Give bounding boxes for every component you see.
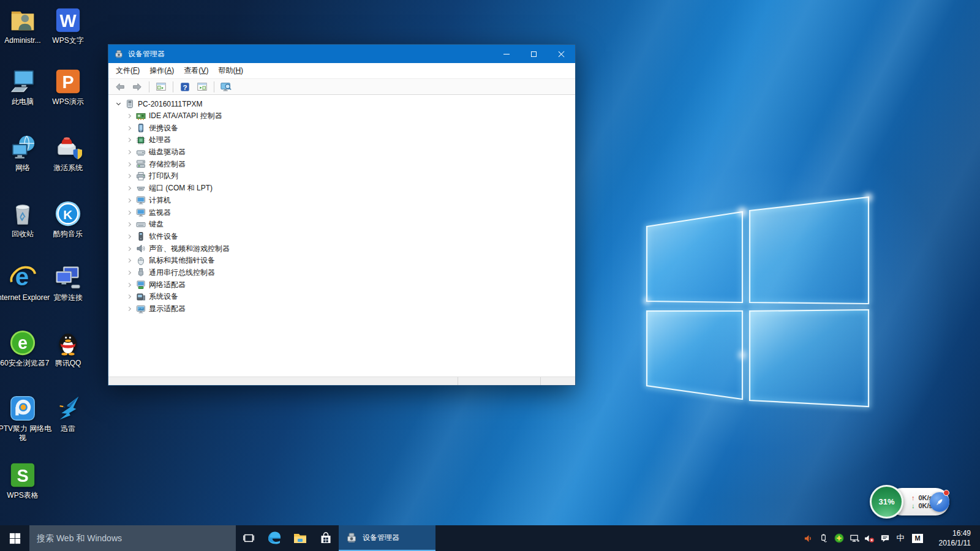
expand-chevron-icon[interactable] <box>124 159 134 169</box>
expand-chevron-icon[interactable] <box>124 208 134 217</box>
task-view-button[interactable] <box>236 525 262 551</box>
svg-text:P: P <box>62 72 74 92</box>
forward-button[interactable] <box>130 80 145 94</box>
orange-speaker-icon <box>804 534 813 543</box>
device-manager-icon <box>114 49 124 59</box>
ime-language-button[interactable]: 中 <box>892 525 908 551</box>
svg-text:S: S <box>17 466 28 485</box>
back-button[interactable] <box>113 80 127 94</box>
tree-row-network-adapter[interactable]: 网络适配器 <box>108 279 575 291</box>
tree-row-monitors[interactable]: 监视器 <box>108 206 575 219</box>
tree-row-system-devices[interactable]: 系统设备 <box>108 291 575 303</box>
action-pane-button[interactable] <box>195 80 209 94</box>
desktop-icon-label: Administr... <box>4 36 40 45</box>
expand-chevron-icon[interactable] <box>124 268 134 277</box>
show-console-tree-button[interactable] <box>154 80 168 94</box>
expand-chevron-icon[interactable] <box>124 304 134 314</box>
expand-chevron-icon[interactable] <box>124 280 134 290</box>
tree-row-print-queue[interactable]: 打印队列 <box>108 170 575 182</box>
expand-chevron-icon[interactable] <box>124 292 134 302</box>
desktop-icon-wps-spreadsheet[interactable]: S WPS表格 <box>0 461 52 500</box>
tree-row-sound[interactable]: 声音、视频和游戏控制器 <box>108 242 575 255</box>
maximize-icon <box>531 51 537 57</box>
window-titlebar[interactable]: 设备管理器 <box>108 45 575 63</box>
desktop-icon-broadband[interactable]: 宽带连接 <box>39 263 97 302</box>
close-button[interactable] <box>548 45 575 63</box>
desktop-icon-kugou[interactable]: K 酷狗音乐 <box>39 200 97 239</box>
maximize-button[interactable] <box>520 45 548 63</box>
usb-eject-tray-button[interactable] <box>816 525 831 551</box>
tree-row-display-adapter[interactable]: 显示适配器 <box>108 303 575 315</box>
expand-chevron-icon[interactable] <box>124 256 134 266</box>
store-button[interactable] <box>313 525 339 551</box>
360-safe-tray-button[interactable] <box>831 525 846 551</box>
expand-chevron-icon[interactable] <box>124 184 134 193</box>
wps-writer-icon: W <box>54 6 82 34</box>
tree-row-storage[interactable]: 存储控制器 <box>108 158 575 170</box>
tencent-qq-icon <box>54 329 82 357</box>
tree-row-portable[interactable]: 便携设备 <box>108 122 575 134</box>
desktop-icon-wps-presentation[interactable]: P WPS演示 <box>39 67 97 107</box>
desktop-icon-thunder[interactable]: 迅雷 <box>39 394 97 433</box>
memory-usage-ball[interactable]: 31% <box>870 485 903 519</box>
help-button[interactable]: ? <box>178 80 192 94</box>
tree-row-keyboard[interactable]: 键盘 <box>108 219 575 231</box>
desktop-icon-wps-writer[interactable]: W WPS文字 <box>39 6 97 45</box>
collapse-chevron-icon[interactable] <box>113 99 123 109</box>
volume-tray-button[interactable] <box>862 525 877 551</box>
desktop-icon-qq[interactable]: 腾讯QQ <box>39 329 97 368</box>
taskbar-clock[interactable]: 16:49 2016/1/11 <box>927 528 977 548</box>
menu-action[interactable]: 操作(A) <box>145 63 179 78</box>
expand-chevron-icon[interactable] <box>124 111 134 121</box>
action-center-tray-button[interactable] <box>877 525 892 551</box>
tree-row-ports[interactable]: 端口 (COM 和 LPT) <box>108 182 575 195</box>
menu-file[interactable]: 文件(F) <box>111 63 145 78</box>
tree-row-software[interactable]: 软件设备 <box>108 231 575 243</box>
network-tray-button[interactable] <box>846 525 862 551</box>
minimize-button[interactable] <box>492 45 520 63</box>
start-button[interactable] <box>0 525 29 551</box>
desktop-icon-activate-system[interactable]: 激活系统 <box>39 133 97 173</box>
device-tree: PC-20160111TPXM IDE ATA/ATAPI 控制器 便携设备 处… <box>108 95 575 377</box>
tree-row-disk[interactable]: 磁盘驱动器 <box>108 146 575 159</box>
store-bag-icon <box>319 531 333 545</box>
scan-hardware-button[interactable] <box>219 80 233 94</box>
taskbar-active-device-manager[interactable]: 设备管理器 <box>339 525 435 551</box>
tree-root-row[interactable]: PC-20160111TPXM <box>108 98 575 110</box>
file-explorer-button[interactable] <box>287 525 313 551</box>
expand-chevron-icon[interactable] <box>124 148 134 157</box>
expand-chevron-icon[interactable] <box>124 220 134 230</box>
menu-view[interactable]: 查看(V) <box>179 63 213 78</box>
status-segment <box>540 377 575 385</box>
360-shield-icon <box>834 533 844 543</box>
expand-chevron-icon[interactable] <box>124 135 134 145</box>
expand-chevron-icon[interactable] <box>124 123 134 133</box>
desktop-icon-label: 迅雷 <box>61 424 75 433</box>
expand-chevron-icon[interactable] <box>124 231 134 241</box>
expand-chevron-icon[interactable] <box>124 244 134 253</box>
audio-manager-tray-button[interactable] <box>801 525 816 551</box>
memory-percent: 31% <box>878 497 894 506</box>
broadband-connection-icon <box>54 263 82 291</box>
taskbar-task-label: 设备管理器 <box>363 533 399 543</box>
display-adapter-icon <box>136 304 146 314</box>
expand-chevron-icon[interactable] <box>124 171 134 181</box>
desktop-icon-label: 酷狗音乐 <box>53 230 83 239</box>
tree-row-mouse[interactable]: 鼠标和其他指针设备 <box>108 255 575 267</box>
computer-icon <box>125 99 135 109</box>
console-tree-icon <box>156 81 167 92</box>
tree-row-ide[interactable]: IDE ATA/ATAPI 控制器 <box>108 110 575 122</box>
tree-row-usb[interactable]: 通用串行总线控制器 <box>108 267 575 279</box>
taskbar-search-input[interactable] <box>29 525 236 551</box>
net-speed-widget[interactable]: ↑0K/s ↓0K/s 31% <box>870 485 953 519</box>
tree-row-processor[interactable]: 处理器 <box>108 134 575 146</box>
tree-row-computer[interactable]: 计算机 <box>108 195 575 207</box>
toolbar-separator <box>214 81 214 92</box>
menu-help[interactable]: 帮助(H) <box>213 63 248 78</box>
edge-button[interactable] <box>262 525 287 551</box>
ime-mode-button[interactable]: M <box>908 534 927 543</box>
action-center-icon <box>880 534 890 543</box>
network-adapter-icon <box>136 280 146 290</box>
windows-logo <box>625 178 882 422</box>
expand-chevron-icon[interactable] <box>124 195 134 205</box>
